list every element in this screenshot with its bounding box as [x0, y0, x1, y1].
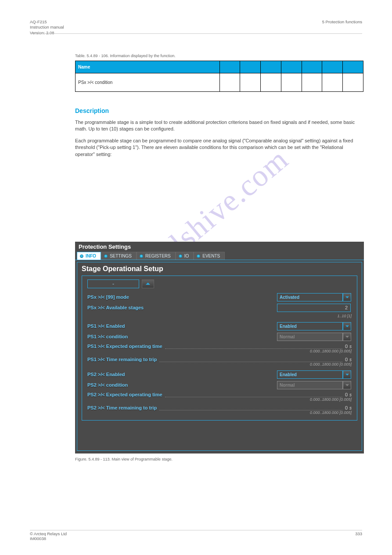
tabs: INFO SETTINGS REGISTERS IO EVENTS: [75, 252, 364, 260]
mode-value: Activated: [280, 295, 299, 300]
ps1-exp-value: 0: [345, 344, 348, 349]
tab-io[interactable]: IO: [176, 252, 194, 260]
dash-button[interactable]: -: [87, 279, 139, 288]
ps1-cond-value: Normal: [280, 334, 295, 339]
desc-p1: The programmable stage is a simple tool …: [75, 119, 363, 133]
dot-icon: [140, 254, 143, 258]
ps1-cond-label: PS1 >/< condition: [87, 334, 128, 339]
dots: [159, 406, 342, 410]
footer-page-number: 333: [355, 531, 362, 536]
chevron-down-icon: [343, 333, 351, 341]
tab-label: INFO: [86, 254, 96, 258]
ps1-enabled-label: PS1 >/< Enabled: [87, 323, 125, 329]
th-extra3: [343, 61, 363, 73]
ps2-exp-label: PS2 >/< Expected operating time: [87, 392, 162, 397]
dots: [165, 392, 342, 397]
avail-input[interactable]: 2: [277, 304, 351, 312]
ps1-rem-hint: 0.000..1800.000 [0.005]: [277, 362, 352, 366]
panel-title: Protection Settings: [75, 242, 364, 252]
desc-p2: Each programmable stage can be programme…: [75, 138, 363, 158]
collapse-button[interactable]: [142, 279, 154, 288]
dot-icon: [80, 254, 83, 258]
section-title: Stage Operational Setup: [82, 265, 357, 273]
ps1-rem-unit: s: [349, 357, 352, 362]
ps2-exp-unit: s: [349, 392, 352, 397]
header-version: Version: 2.08: [30, 30, 64, 36]
dots: [165, 344, 342, 349]
tab-label: EVENTS: [202, 254, 220, 258]
page: manualshive.com AQ-F215 Instruction manu…: [0, 0, 392, 555]
tab-registers[interactable]: REGISTERS: [137, 252, 176, 260]
dots: [159, 357, 342, 362]
footer-left: © Arcteq Relays Ltd IM00038: [30, 531, 67, 541]
protection-settings-panel: Protection Settings INFO SETTINGS REGIST…: [75, 242, 364, 453]
header-doc: Instruction manual: [30, 25, 64, 30]
mode-select[interactable]: Activated: [277, 293, 343, 301]
ps2-rem-unit: s: [349, 406, 352, 410]
chevron-down-icon: [343, 381, 351, 389]
ps1-exp-unit: s: [349, 344, 352, 349]
ps2-rem-hint: 0.000..1800.000 [0.005]: [277, 410, 352, 415]
ps2-cond-label: PS2 >/< condition: [87, 382, 128, 388]
th-default: [261, 61, 281, 73]
tab-label: REGISTERS: [145, 254, 171, 258]
ps2-exp-hint: 0.000..1800.000 [0.005]: [277, 397, 352, 402]
tab-label: SETTINGS: [110, 254, 132, 258]
th-range: [219, 61, 240, 73]
chevron-down-icon[interactable]: [343, 322, 351, 330]
ps2-enabled-select[interactable]: Enabled: [277, 370, 343, 379]
th-name: Name: [76, 61, 220, 73]
ps2-enabled-value: Enabled: [280, 372, 297, 377]
ps1-exp-label: PS1 >/< Expected operating time: [87, 344, 162, 349]
desc-title: Description: [75, 107, 363, 114]
chevron-down-icon[interactable]: [343, 370, 351, 379]
th-desc: [281, 61, 302, 73]
ps2-enabled-label: PS2 >/< Enabled: [87, 372, 125, 377]
header-rule: [30, 33, 362, 34]
ps2-rem-value: 0: [345, 405, 348, 410]
chevron-down-icon[interactable]: [343, 293, 351, 301]
mode-label: PSx >/< [99] mode: [87, 294, 129, 300]
panel-body: Stage Operational Setup - PSx >/< [99] m…: [77, 262, 362, 451]
ps1-rem-label: PS1 >/< Time remaining to trip: [87, 357, 157, 362]
avail-label: PSx >/< Available stages: [87, 305, 144, 310]
figure-caption: Figure. 5.4.89 - 113. Main view of Progr…: [75, 457, 173, 461]
dot-icon: [197, 254, 200, 258]
ps1-cond-select: Normal: [277, 333, 343, 341]
description-block: Description The programmable stage is a …: [75, 107, 363, 163]
chevron-up-icon: [146, 282, 150, 286]
dot-icon: [104, 254, 108, 258]
ps1-enabled-select[interactable]: Enabled: [277, 322, 343, 330]
ps2-exp-value: 0: [345, 392, 348, 397]
table-row: PSx >/< condition: [76, 73, 363, 92]
tab-label: IO: [184, 254, 189, 258]
footer-rule: [30, 530, 362, 530]
th-step: [240, 61, 261, 73]
table-caption: Table. 5.4.89 - 106. Information display…: [75, 54, 176, 58]
info-table: Name PSx >/< condition: [75, 61, 363, 92]
header-section: 5 Protection functions: [322, 19, 362, 25]
th-extra2: [322, 61, 343, 73]
avail-hint: 1..10 [1]: [277, 314, 352, 318]
ps1-rem-value: 0: [345, 357, 348, 362]
page-footer: © Arcteq Relays Ltd IM00038 333: [30, 531, 362, 541]
tab-info[interactable]: INFO: [77, 252, 101, 260]
ps2-rem-label: PS2 >/< Time remaining to trip: [87, 405, 157, 410]
tab-events[interactable]: EVENTS: [194, 252, 225, 260]
ps2-cond-select: Normal: [277, 381, 343, 389]
ps2-cond-value: Normal: [280, 383, 295, 388]
inner-box: - PSx >/< [99] mode Activated: [82, 276, 357, 421]
td-name: PSx >/< condition: [76, 73, 220, 92]
dot-icon: [179, 254, 182, 258]
header-product: AQ-F215: [30, 19, 64, 25]
ps1-enabled-value: Enabled: [280, 324, 297, 329]
th-extra1: [302, 61, 322, 73]
tab-settings[interactable]: SETTINGS: [101, 252, 137, 260]
ps1-exp-hint: 0.000..1800.000 [0.005]: [277, 349, 352, 353]
